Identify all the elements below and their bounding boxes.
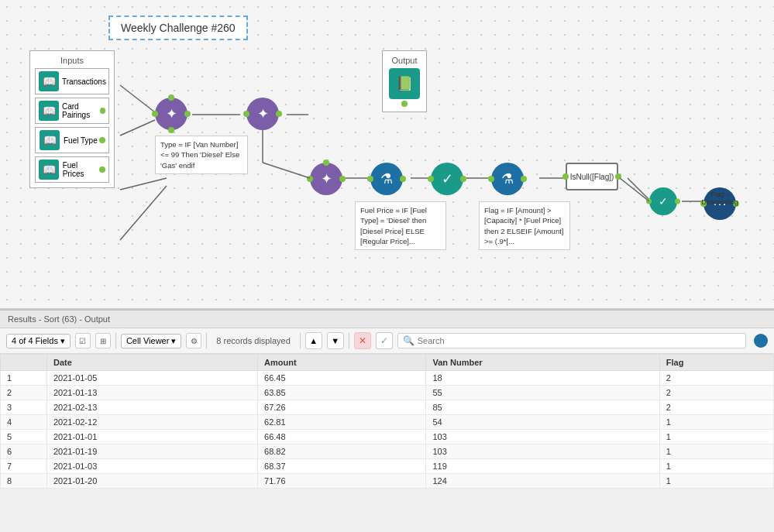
cancel-button[interactable]: ✕ (354, 332, 371, 349)
cell-record: 3 (1, 400, 47, 415)
cell-record: 5 (1, 430, 47, 444)
input-node-card-pairings[interactable]: 📖 Card Pairings (35, 98, 109, 124)
left-connector (562, 173, 569, 180)
cell-viewer-button[interactable]: Cell Viewer ▾ (121, 334, 181, 348)
confirm-button[interactable]: ✓ (376, 332, 393, 349)
cell-flag: 2 (659, 386, 773, 400)
join-node-1[interactable]: ✦ (155, 98, 187, 130)
search-input[interactable] (418, 336, 741, 345)
card-pairings-icon: 📖 (39, 101, 59, 121)
grid-icon[interactable]: ⊞ (95, 333, 111, 348)
arrow-down-button[interactable]: ▼ (327, 332, 344, 349)
cell-amount: 68.82 (258, 444, 426, 459)
left-connector (152, 111, 158, 117)
formula-node-1[interactable]: ✦ (246, 98, 279, 130)
data-table: Date Amount Van Number Flag 1 2021-01-05… (0, 354, 774, 489)
col-header-record (1, 355, 47, 371)
cell-amount: 63.85 (258, 386, 426, 400)
separator-2 (206, 333, 207, 348)
isnull-box: IsNull([Flag]) (566, 163, 618, 190)
table-row: 8 2021-01-20 71.76 124 1 (1, 474, 774, 489)
cell-flag: 1 (659, 415, 773, 430)
check-node-1[interactable]: ✓ (431, 163, 463, 195)
cell-amount: 71.76 (258, 474, 426, 489)
connector-dot (100, 108, 105, 114)
table-row: 3 2021-02-13 67.26 85 2 (1, 400, 774, 415)
separator-1 (115, 333, 116, 348)
output-icon: 📗 (389, 68, 420, 99)
sort-label: Flag - Descending (701, 190, 738, 206)
inputs-group: Inputs 📖 Transactions 📖 Card Pairings 📖 … (29, 50, 115, 188)
input-node-fuel-type[interactable]: 📖 Fuel Type (35, 127, 109, 153)
cell-record: 4 (1, 415, 47, 430)
cell-van-number: 124 (426, 474, 659, 489)
separator-4 (349, 333, 349, 348)
cell-flag: 1 (659, 430, 773, 444)
cell-flag: 1 (659, 459, 773, 474)
table-row: 5 2021-01-01 66.48 103 1 (1, 430, 774, 444)
cell-flag: 2 (659, 371, 773, 386)
cell-date: 2021-01-05 (47, 371, 258, 386)
fuel-prices-icon: 📖 (39, 160, 59, 180)
search-box: 🔍 (397, 333, 746, 348)
input-node-transactions[interactable]: 📖 Transactions (35, 68, 109, 94)
right-connector (339, 176, 346, 182)
connector-dot (99, 166, 105, 173)
input-node-fuel-prices[interactable]: 📖 Fuel Prices (35, 156, 109, 183)
svg-line-13 (263, 163, 310, 178)
svg-line-14 (620, 178, 649, 201)
arrow-up-button[interactable]: ▲ (305, 332, 322, 349)
left-connector (367, 176, 373, 182)
annotation-1: Type = IF [Van Number] <= 99 Then 'Diese… (155, 136, 248, 174)
right-connector (521, 176, 527, 182)
svg-line-2 (120, 178, 167, 190)
chevron-down-icon: ▾ (60, 336, 65, 346)
check-node-2[interactable]: ✓ (649, 187, 677, 215)
right-connector (400, 176, 406, 182)
chevron-down-icon: ▾ (171, 336, 176, 346)
svg-line-10 (628, 178, 651, 201)
svg-line-0 (120, 85, 155, 112)
col-header-van-number: Van Number (426, 355, 659, 371)
right-connector (276, 111, 282, 117)
col-header-date: Date (47, 355, 258, 371)
cell-van-number: 54 (426, 415, 659, 430)
col-header-flag: Flag (659, 355, 773, 371)
annotation-2: Fuel Price = IF [Fuel Type] = 'Diesel' t… (355, 201, 446, 250)
isnull-node[interactable]: IsNull([Flag]) (566, 163, 618, 190)
svg-line-3 (120, 186, 167, 240)
fields-button[interactable]: 4 of 4 Fields ▾ (6, 334, 71, 348)
cell-amount: 62.81 (258, 415, 426, 430)
top-connector (168, 94, 174, 101)
cell-flag: 2 (659, 400, 773, 415)
checkbox-icon[interactable]: ☑ (75, 333, 91, 348)
fuel-type-icon: 📖 (40, 130, 60, 150)
transactions-icon: 📖 (39, 71, 59, 91)
cell-van-number: 55 (426, 386, 659, 400)
table-row: 2 2021-01-13 63.85 55 2 (1, 386, 774, 400)
cell-flag: 1 (659, 444, 773, 459)
cell-date: 2021-01-13 (47, 386, 258, 400)
settings-icon[interactable]: ⚙ (186, 333, 201, 348)
search-icon: 🔍 (403, 335, 415, 346)
cell-amount: 66.48 (258, 430, 426, 444)
workflow-canvas: Weekly Challenge #260 Inputs 📖 Transacti… (0, 0, 774, 310)
table-body: 1 2021-01-05 66.45 18 2 2 2021-01-13 63.… (1, 371, 774, 489)
cell-date: 2021-01-20 (47, 474, 258, 489)
cell-date: 2021-01-03 (47, 459, 258, 474)
cell-van-number: 119 (426, 459, 659, 474)
connector-dot (99, 137, 105, 143)
fuel-price-formula[interactable]: ⚗ (370, 163, 403, 195)
cell-record: 2 (1, 386, 47, 400)
right-connector (184, 111, 191, 117)
cell-record: 6 (1, 444, 47, 459)
output-connector (401, 101, 408, 107)
right-connector (460, 176, 466, 182)
sort-node[interactable]: ⋯ Flag - Descending (703, 187, 736, 220)
cell-flag: 1 (659, 474, 773, 489)
join-node-2[interactable]: ✦ (310, 163, 342, 195)
cell-date: 2021-02-12 (47, 415, 258, 430)
results-panel: Results - Sort (63) - Output 4 of 4 Fiel… (0, 310, 774, 489)
flag-formula[interactable]: ⚗ (491, 163, 524, 195)
inputs-label: Inputs (35, 56, 109, 65)
